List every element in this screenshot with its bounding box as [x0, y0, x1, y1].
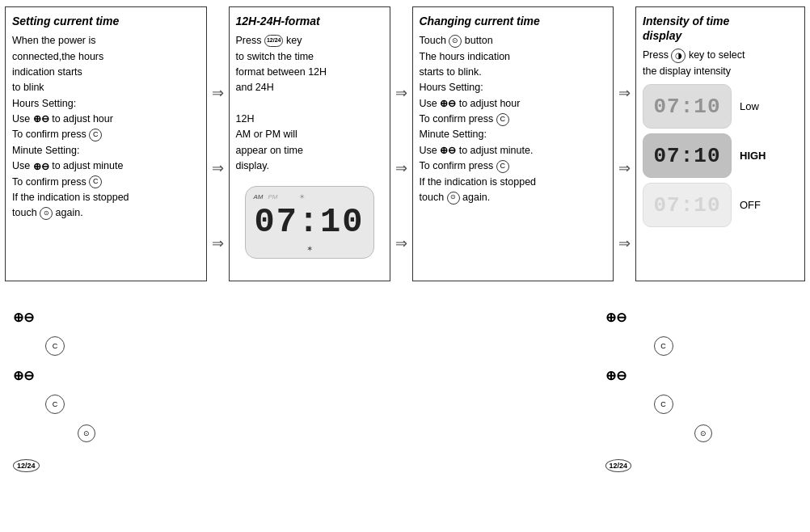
p3-adjust-min: to adjust minute. — [459, 145, 534, 156]
circle-c-icon-2: C — [89, 175, 102, 188]
p3-hours-setting: Hours Setting: — [420, 82, 483, 93]
plus-minus-bot-1: ⊕⊖ — [13, 310, 34, 325]
btn-12-24-bot-1[interactable]: 12/24 — [13, 459, 40, 472]
p2-line3: format between 12H — [236, 66, 327, 78]
circle-c-bot-2: C — [45, 395, 65, 414]
plus-minus-icon-1: ⊕⊖ — [33, 112, 49, 127]
arrow-icon-1: ⇒ — [212, 86, 224, 100]
arrow-icon-6: ⇒ — [395, 236, 407, 251]
am-label: AM — [254, 193, 264, 201]
p3-use2: Use — [420, 145, 441, 156]
p1-line4: to blink — [12, 82, 44, 93]
bottom-left-row2: C — [45, 335, 205, 357]
panel-intensity: Intensity of time display Press ◑ key to… — [635, 6, 805, 281]
intensity-digits-low: 07:10 — [653, 95, 720, 119]
p1-confirm2: To confirm press — [12, 176, 89, 188]
intensity-label-off: OFF — [740, 199, 761, 211]
circle-c-bot-3: C — [654, 336, 673, 356]
circle-c-icon-3: C — [496, 113, 509, 126]
p4-display-intensity: the display intensity — [643, 65, 731, 77]
circle-c-icon-4: C — [496, 160, 509, 173]
circle-clock-bot-2: ⊙ — [694, 424, 712, 442]
p1-use-adjust-hour: Use — [12, 113, 33, 125]
intensity-key-icon: ◑ — [671, 49, 686, 63]
intensity-digits-high: 07:10 — [653, 144, 720, 168]
p2-appear: appear on time — [236, 145, 303, 156]
circle-clock-icon-4: ⊙ — [447, 192, 460, 205]
arrow-2: ⇒ ⇒ ⇒ — [394, 55, 409, 281]
p4-key: key to select — [689, 49, 745, 61]
p3-button: button — [465, 35, 493, 46]
p2-key: key — [286, 35, 302, 46]
p2-press: Press — [236, 35, 264, 46]
plus-minus-bot-4: ⊕⊖ — [605, 368, 626, 383]
arrow-icon-4: ⇒ — [395, 86, 407, 100]
btn-12-24-bot-2[interactable]: 12/24 — [605, 459, 632, 472]
p1-line1: When the power is — [12, 35, 96, 46]
clock-display: AM PM ☀ 07:10 ✶ — [245, 186, 374, 259]
plus-minus-icon-4: ⊕⊖ — [440, 143, 456, 158]
intensity-row-off: 07:10 OFF — [643, 183, 798, 227]
panel4-title: Intensity of time display — [643, 14, 798, 43]
arrow-icon-8: ⇒ — [618, 161, 631, 175]
intensity-label-high: HIGH — [740, 150, 766, 162]
circle-clock-bot-1: ⊙ — [78, 424, 95, 442]
bottom-left-row6: 12/24 — [13, 454, 205, 477]
p2-line2: to switch the time — [236, 51, 314, 62]
panel-setting-time: Setting current time When the power is c… — [5, 6, 207, 281]
arrow-3: ⇒ ⇒ ⇒ — [617, 55, 632, 281]
p1-confirm1: To confirm press — [12, 129, 86, 140]
p1-adjust-min-text: to adjust minute — [52, 160, 123, 171]
bottom-left: ⊕⊖ C ⊕⊖ C ⊙ 12/24 — [5, 306, 213, 477]
p3-starts-blink: starts to blink. — [420, 66, 482, 78]
bottom-left-row5: ⊙ — [78, 422, 205, 445]
p1-use-adjust-min: Use — [12, 160, 33, 171]
bottom-right-row2: C — [654, 335, 798, 357]
bottom-right-row4: C — [654, 393, 798, 416]
plus-minus-icon-2: ⊕⊖ — [33, 159, 49, 175]
intensity-label-low: Low — [740, 100, 759, 112]
p1-adjust-hour-text: to adjust hour — [52, 113, 113, 125]
panel4-body: Press ◑ key to select the display intens… — [643, 48, 798, 79]
pm-label: PM — [268, 193, 278, 201]
p3-hours-blink: The hours indication — [420, 51, 511, 62]
bottom-left-row4: C — [45, 393, 205, 416]
intensity-clock-high: 07:10 — [643, 133, 732, 178]
circle-clock-icon-1: ⊙ — [40, 207, 53, 220]
plus-minus-icon-3: ⊕⊖ — [440, 96, 456, 112]
p3-use1: Use — [420, 98, 441, 109]
clock-bottom-icon: ✶ — [306, 244, 313, 253]
arrow-icon-3: ⇒ — [212, 236, 224, 251]
p1-again: again. — [56, 207, 83, 218]
clock-labels: AM PM ☀ — [254, 193, 305, 201]
circle-clock-icon-3: ⊙ — [449, 35, 462, 48]
panel-changing-time: Changing current time Touch ⊙ button The… — [412, 6, 614, 281]
circle-c-bot-1: C — [45, 336, 65, 356]
bottom-right: ⊕⊖ C ⊕⊖ C ⊙ 12/24 — [597, 306, 806, 477]
p3-minute-setting: Minute Setting: — [420, 129, 487, 140]
panel3-title: Changing current time — [420, 14, 607, 28]
p4-press: Press — [643, 49, 671, 61]
plus-minus-bot-2: ⊕⊖ — [13, 368, 34, 383]
clock-small-icon: ☀ — [299, 193, 305, 201]
p2-12h: 12H — [236, 113, 255, 125]
p2-ampm: AM or PM will — [236, 129, 297, 140]
intensity-clock-off: 07:10 — [643, 183, 732, 227]
bottom-spacer — [213, 306, 597, 477]
bottom-left-row3: ⊕⊖ — [13, 364, 205, 386]
btn-12-24-inline: 12/24 — [264, 35, 284, 47]
p3-touch: Touch — [420, 35, 449, 46]
p1-if-stopped: If the indication is stopped — [12, 192, 129, 203]
bottom-right-row6: 12/24 — [605, 454, 798, 477]
intensity-digits-off: 07:10 — [653, 193, 720, 217]
arrow-1: ⇒ ⇒ ⇒ — [210, 55, 226, 281]
panel1-title: Setting current time — [12, 14, 200, 28]
p1-hours-setting: Hours Setting: — [12, 98, 76, 109]
arrow-icon-9: ⇒ — [618, 236, 631, 251]
top-section: Setting current time When the power is c… — [0, 0, 810, 289]
circle-c-bot-4: C — [654, 395, 673, 414]
p1-line2: connected,the hours — [12, 51, 103, 62]
p3-touch2: touch — [420, 192, 447, 203]
intensity-row-high: 07:10 HIGH — [643, 133, 798, 178]
p2-line4: and 24H — [236, 82, 274, 93]
